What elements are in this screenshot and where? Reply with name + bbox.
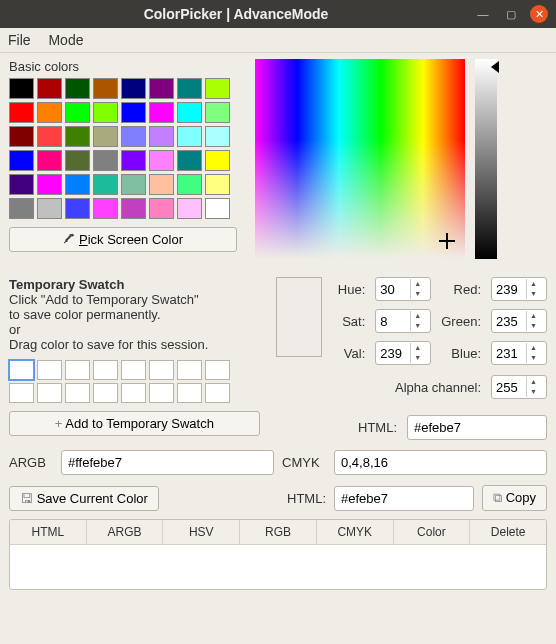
basic-swatch[interactable]	[37, 198, 62, 219]
basic-swatch[interactable]	[121, 198, 146, 219]
basic-swatch[interactable]	[65, 102, 90, 123]
basic-swatch[interactable]	[93, 102, 118, 123]
basic-swatch[interactable]	[93, 150, 118, 171]
argb-input[interactable]	[61, 450, 274, 475]
value-slider[interactable]	[475, 59, 497, 259]
basic-swatch[interactable]	[37, 78, 62, 99]
basic-swatch[interactable]	[37, 102, 62, 123]
basic-swatch[interactable]	[9, 102, 34, 123]
basic-swatch[interactable]	[205, 78, 230, 99]
minimize-button[interactable]: —	[474, 5, 492, 23]
basic-swatch[interactable]	[65, 78, 90, 99]
cmyk-input[interactable]	[334, 450, 547, 475]
basic-swatch[interactable]	[149, 198, 174, 219]
basic-swatch[interactable]	[65, 174, 90, 195]
temp-slot[interactable]	[93, 360, 118, 380]
basic-swatch[interactable]	[65, 150, 90, 171]
basic-swatch[interactable]	[177, 78, 202, 99]
temp-slot[interactable]	[121, 360, 146, 380]
basic-swatch[interactable]	[65, 198, 90, 219]
temp-slot[interactable]	[177, 383, 202, 403]
save-current-color-button[interactable]: 🖫 Save Current Color	[9, 486, 159, 511]
chevron-down-icon[interactable]: ▼	[527, 353, 540, 363]
temp-slot[interactable]	[37, 383, 62, 403]
temp-slot[interactable]	[9, 383, 34, 403]
temp-slot[interactable]	[93, 383, 118, 403]
basic-swatch[interactable]	[205, 126, 230, 147]
temp-slot[interactable]	[65, 360, 90, 380]
basic-swatch[interactable]	[9, 126, 34, 147]
basic-swatch[interactable]	[177, 174, 202, 195]
chevron-down-icon[interactable]: ▼	[411, 321, 424, 331]
chevron-down-icon[interactable]: ▼	[527, 289, 540, 299]
hue-input[interactable]: ▲▼	[375, 277, 431, 301]
basic-swatch[interactable]	[93, 126, 118, 147]
basic-swatch[interactable]	[177, 102, 202, 123]
color-field[interactable]	[255, 59, 465, 259]
chevron-up-icon[interactable]: ▲	[411, 343, 424, 353]
close-button[interactable]: ✕	[530, 5, 548, 23]
html-input[interactable]	[407, 415, 547, 440]
chevron-up-icon[interactable]: ▲	[527, 343, 540, 353]
table-header-hsv[interactable]: HSV	[163, 520, 240, 544]
chevron-up-icon[interactable]: ▲	[411, 311, 424, 321]
table-header-html[interactable]: HTML	[10, 520, 87, 544]
basic-swatch[interactable]	[37, 150, 62, 171]
green-input[interactable]: ▲▼	[491, 309, 547, 333]
basic-swatch[interactable]	[149, 126, 174, 147]
temp-slot[interactable]	[37, 360, 62, 380]
alpha-input[interactable]: ▲▼	[491, 375, 547, 399]
copy-button[interactable]: ⧉ Copy	[482, 485, 547, 511]
temp-slot[interactable]	[65, 383, 90, 403]
basic-swatch[interactable]	[149, 174, 174, 195]
add-temp-swatch-button[interactable]: + Add to Temporary Swatch	[9, 411, 260, 436]
basic-swatch[interactable]	[9, 174, 34, 195]
basic-swatch[interactable]	[121, 78, 146, 99]
basic-swatch[interactable]	[177, 126, 202, 147]
chevron-up-icon[interactable]: ▲	[527, 279, 540, 289]
temp-slot[interactable]	[177, 360, 202, 380]
menu-file[interactable]: File	[8, 32, 31, 48]
temp-slot[interactable]	[121, 383, 146, 403]
basic-swatch[interactable]	[149, 150, 174, 171]
temp-slot[interactable]	[149, 383, 174, 403]
basic-swatch[interactable]	[177, 150, 202, 171]
basic-swatch[interactable]	[37, 174, 62, 195]
basic-swatch[interactable]	[205, 102, 230, 123]
chevron-down-icon[interactable]: ▼	[411, 289, 424, 299]
sat-input[interactable]: ▲▼	[375, 309, 431, 333]
temp-slot[interactable]	[205, 383, 230, 403]
basic-swatch[interactable]	[177, 198, 202, 219]
basic-swatch[interactable]	[9, 78, 34, 99]
table-header-delete[interactable]: Delete	[470, 520, 546, 544]
basic-swatch[interactable]	[149, 78, 174, 99]
temp-slot[interactable]	[149, 360, 174, 380]
basic-swatch[interactable]	[205, 198, 230, 219]
basic-swatch[interactable]	[9, 198, 34, 219]
menu-mode[interactable]: Mode	[48, 32, 83, 48]
table-header-rgb[interactable]: RGB	[240, 520, 317, 544]
basic-swatch[interactable]	[93, 198, 118, 219]
basic-swatch[interactable]	[121, 150, 146, 171]
basic-swatch[interactable]	[65, 126, 90, 147]
temp-slot[interactable]	[205, 360, 230, 380]
html2-input[interactable]	[334, 486, 474, 511]
chevron-down-icon[interactable]: ▼	[527, 321, 540, 331]
basic-swatch[interactable]	[93, 78, 118, 99]
table-header-argb[interactable]: ARGB	[87, 520, 164, 544]
table-header-color[interactable]: Color	[394, 520, 471, 544]
basic-swatch[interactable]	[205, 174, 230, 195]
basic-swatch[interactable]	[149, 102, 174, 123]
basic-swatch[interactable]	[121, 102, 146, 123]
basic-swatch[interactable]	[121, 126, 146, 147]
chevron-up-icon[interactable]: ▲	[527, 311, 540, 321]
red-input[interactable]: ▲▼	[491, 277, 547, 301]
chevron-down-icon[interactable]: ▼	[411, 353, 424, 363]
temp-slot[interactable]	[9, 360, 34, 380]
basic-swatch[interactable]	[205, 150, 230, 171]
chevron-down-icon[interactable]: ▼	[527, 387, 540, 397]
blue-input[interactable]: ▲▼	[491, 341, 547, 365]
chevron-up-icon[interactable]: ▲	[411, 279, 424, 289]
chevron-up-icon[interactable]: ▲	[527, 377, 540, 387]
val-input[interactable]: ▲▼	[375, 341, 431, 365]
